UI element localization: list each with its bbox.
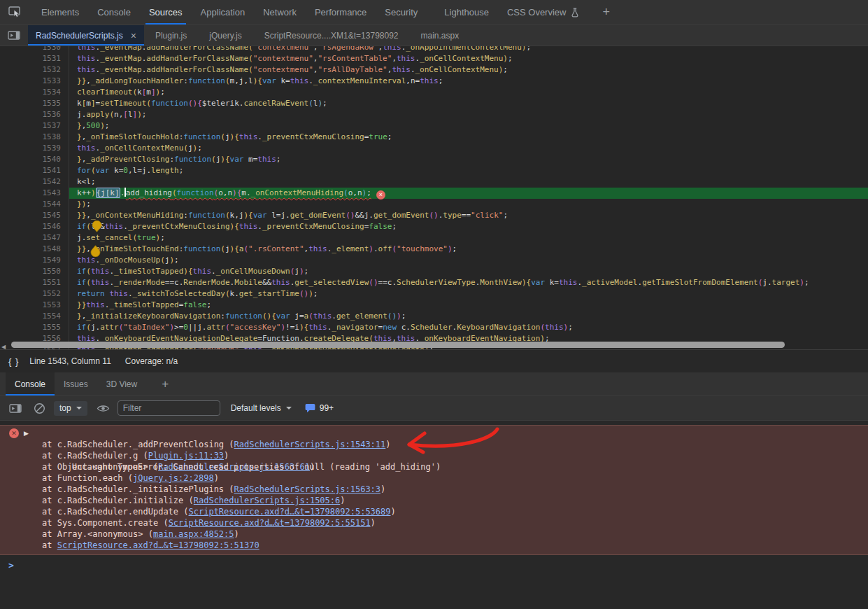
code-text[interactable]: }}this._timeSlotTapped=false; bbox=[69, 300, 868, 311]
line-number[interactable]: 1545 bbox=[0, 210, 69, 221]
line-number[interactable]: 1534 bbox=[0, 87, 69, 98]
line-number[interactable]: 1542 bbox=[0, 176, 69, 188]
tab-css-overview[interactable]: CSS Overview bbox=[504, 0, 583, 24]
tab-security[interactable]: Security bbox=[381, 0, 421, 24]
log-levels-dropdown[interactable]: Default levels bbox=[231, 403, 292, 413]
code-text[interactable]: for(var k=0,l=j.length; bbox=[69, 165, 868, 176]
code-text[interactable]: }},_addLongTouchHandler:function(m,j,l){… bbox=[69, 76, 868, 87]
show-navigator-icon[interactable] bbox=[0, 25, 28, 46]
source-link[interactable]: main.aspx:4852:5 bbox=[153, 529, 234, 539]
line-number[interactable]: 1550 bbox=[0, 266, 69, 277]
messages-count[interactable]: 99+ bbox=[305, 403, 334, 413]
source-link[interactable]: ScriptResource.axd?d…&t=13798092:5:53689 bbox=[189, 507, 391, 517]
line-number[interactable]: 1530 bbox=[0, 46, 69, 53]
file-tab-scriptresource-xm1-t-13798092[interactable]: ScriptResource....XM1&t=13798092 bbox=[253, 25, 410, 46]
pretty-print-icon[interactable]: { } bbox=[8, 356, 19, 367]
source-link[interactable]: RadSchedulerScripts.js:1543:11 bbox=[234, 440, 386, 449]
source-link[interactable]: ScriptResource.axd?d…&t=13798092:5:51370 bbox=[57, 540, 259, 550]
file-tab-jquery-js[interactable]: jQuery.js bbox=[198, 25, 252, 46]
line-number[interactable]: 1541 bbox=[0, 165, 69, 176]
line-number[interactable]: 1552 bbox=[0, 288, 69, 300]
drawer-tab-issues[interactable]: Issues bbox=[55, 372, 97, 396]
line-number[interactable]: 1543 bbox=[0, 188, 69, 199]
code-text[interactable]: clearTimeout(k[m]); bbox=[69, 87, 868, 98]
tab-console[interactable]: Console bbox=[94, 0, 134, 24]
code-text[interactable]: if(this._renderMode==c.RenderMode.Mobile… bbox=[69, 277, 868, 288]
line-number[interactable]: 1540 bbox=[0, 154, 69, 165]
line-number[interactable]: 1554 bbox=[0, 311, 69, 322]
code-text[interactable]: },_initializeKeyboardNavigation:function… bbox=[69, 311, 868, 322]
line-number[interactable]: 1539 bbox=[0, 143, 69, 154]
line-number[interactable]: 1548 bbox=[0, 244, 69, 255]
code-text[interactable]: j.set_cancel(true); bbox=[69, 232, 868, 244]
line-number[interactable]: 1546 bbox=[0, 221, 69, 232]
source-link[interactable]: RadSchedulerScripts.js:1505:6 bbox=[194, 496, 341, 505]
scroll-left-arrow-icon[interactable]: ◀ bbox=[1, 342, 6, 349]
inspect-element-icon[interactable] bbox=[8, 0, 21, 24]
code-text[interactable]: if(this._timeSlotTapped){this._onCellMou… bbox=[69, 266, 868, 277]
code-text[interactable]: this._onCellContextMenu(j); bbox=[69, 143, 868, 154]
line-number[interactable]: 1547 bbox=[0, 232, 69, 244]
line-number[interactable]: 1544 bbox=[0, 199, 69, 210]
code-text[interactable]: return this._switchToSelectedDay(k.get_s… bbox=[69, 288, 868, 300]
source-link[interactable]: RadSchedulerScripts.js:1563:3 bbox=[234, 484, 381, 494]
clear-console-icon[interactable] bbox=[34, 402, 45, 414]
line-number[interactable]: 1537 bbox=[0, 120, 69, 132]
drawer-tab-console[interactable]: Console bbox=[6, 372, 55, 396]
tab-performance[interactable]: Performance bbox=[311, 0, 370, 24]
selection-handle-top[interactable] bbox=[91, 220, 103, 232]
code-text[interactable]: }},_onContextMenuHiding:function(k,j){va… bbox=[69, 210, 868, 221]
selection-handle-bottom[interactable] bbox=[90, 245, 101, 257]
code-text[interactable]: this._eventMap.addHandlerForClassName("c… bbox=[69, 46, 868, 53]
code-text[interactable]: if(j.attr("tabIndex")>=0||j.attr("access… bbox=[69, 322, 868, 333]
code-text[interactable]: }},_onTimeSlotTouchEnd:function(j){a(".r… bbox=[69, 244, 868, 255]
console-sidebar-icon[interactable] bbox=[9, 404, 22, 413]
code-text[interactable]: },_addPreventClosing:function(j){var m=t… bbox=[69, 154, 868, 165]
code-text[interactable]: },_onTimeSlotTouchHold:function(j){this.… bbox=[69, 132, 868, 143]
tab-network[interactable]: Network bbox=[259, 0, 300, 24]
code-text[interactable]: this._onDocMouseUp(j); bbox=[69, 255, 868, 266]
more-tabs-button[interactable]: + bbox=[598, 0, 614, 24]
line-number[interactable]: 1549 bbox=[0, 255, 69, 266]
drawer-tab-3d-view[interactable]: 3D View bbox=[97, 372, 146, 396]
line-number[interactable]: 1551 bbox=[0, 277, 69, 288]
code-text[interactable]: k[m]=setTimeout(function(){$telerik.canc… bbox=[69, 98, 868, 109]
tab-sources[interactable]: Sources bbox=[145, 0, 186, 24]
file-tab-radschedulerscripts-js[interactable]: RadSchedulerScripts.js× bbox=[28, 25, 144, 46]
line-number[interactable]: 1538 bbox=[0, 132, 69, 143]
horizontal-scrollbar[interactable]: ◀ bbox=[0, 341, 868, 349]
line-number[interactable]: 1531 bbox=[0, 53, 69, 64]
code-text[interactable]: },500); bbox=[69, 120, 868, 132]
source-link[interactable]: Plugin.js:11:33 bbox=[148, 451, 224, 461]
code-text[interactable]: k++){j[k].add_hiding(function(o,n){m._on… bbox=[69, 188, 868, 199]
line-number[interactable]: 1536 bbox=[0, 109, 69, 120]
file-tab-plugin-js[interactable]: Plugin.js bbox=[144, 25, 198, 46]
console-filter-input[interactable] bbox=[118, 400, 220, 416]
line-number[interactable]: 1533 bbox=[0, 76, 69, 87]
expand-triangle-icon[interactable]: ▶ bbox=[24, 428, 29, 439]
live-expression-eye-icon[interactable] bbox=[97, 404, 110, 413]
tab-elements[interactable]: Elements bbox=[38, 0, 83, 24]
source-link[interactable]: ScriptResource.axd?d…&t=13798092:5:55151 bbox=[169, 518, 371, 528]
file-tab-main-aspx[interactable]: main.aspx bbox=[410, 25, 471, 46]
code-text[interactable]: this._eventMap.addHandlerForClassName("c… bbox=[69, 53, 868, 64]
code-line: 1536j.apply(n,[l]); bbox=[0, 109, 868, 120]
line-number[interactable]: 1532 bbox=[0, 64, 69, 76]
close-icon[interactable]: × bbox=[129, 30, 138, 41]
code-text[interactable]: j.apply(n,[l]); bbox=[69, 109, 868, 120]
stack-frame: at c.RadScheduler.endUpdate (ScriptResou… bbox=[0, 506, 868, 517]
scrollbar-thumb[interactable] bbox=[11, 342, 785, 348]
line-number[interactable]: 1555 bbox=[0, 322, 69, 333]
line-number[interactable]: 1553 bbox=[0, 300, 69, 311]
code-text[interactable]: }); bbox=[69, 199, 868, 210]
tab-lighthouse[interactable]: Lighthouse bbox=[441, 0, 492, 24]
code-text[interactable]: if(l&&this._preventCtxMenuClosing){this.… bbox=[69, 221, 868, 232]
code-text[interactable]: this._eventMap.addHandlerForClassName("c… bbox=[69, 64, 868, 76]
code-text[interactable]: k<l; bbox=[69, 176, 868, 188]
javascript-context-dropdown[interactable]: top bbox=[54, 401, 87, 416]
add-drawer-tab-button[interactable]: + bbox=[157, 372, 173, 396]
tab-application[interactable]: Application bbox=[197, 0, 249, 24]
line-number[interactable]: 1535 bbox=[0, 98, 69, 109]
console-input[interactable]: > bbox=[0, 555, 868, 571]
source-link[interactable]: jQuery.js:2:2898 bbox=[133, 473, 214, 483]
